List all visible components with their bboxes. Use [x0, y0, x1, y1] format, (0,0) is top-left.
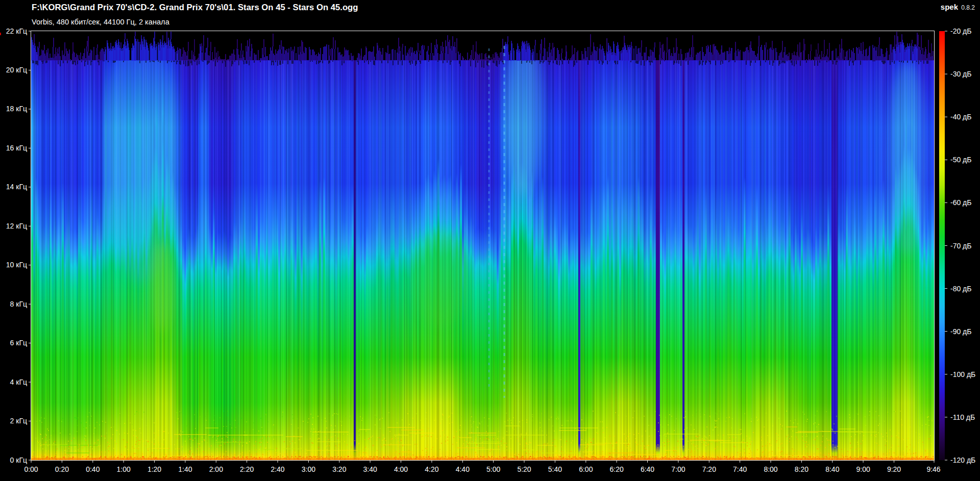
svg-text:-20 дБ: -20 дБ: [950, 27, 971, 35]
svg-text:3:20: 3:20: [332, 465, 346, 473]
svg-text:22 кГц: 22 кГц: [6, 27, 27, 35]
svg-text:18 кГц: 18 кГц: [6, 105, 27, 113]
svg-text:Vorbis, 480 кбит/сек, 44100 Гц: Vorbis, 480 кбит/сек, 44100 Гц, 2 канала: [32, 18, 170, 26]
svg-text:0.8.2: 0.8.2: [961, 4, 975, 11]
svg-text:4:40: 4:40: [456, 465, 470, 473]
svg-text:-60 дБ: -60 дБ: [950, 198, 971, 207]
svg-text:-40 дБ: -40 дБ: [950, 113, 971, 121]
svg-text:7:20: 7:20: [702, 465, 716, 473]
svg-text:9:00: 9:00: [856, 465, 870, 473]
svg-text:8:40: 8:40: [825, 465, 839, 473]
svg-text:F:\KORG\Grand Prix 70's\CD-2.: F:\KORG\Grand Prix 70's\CD-2. Grand Prix…: [32, 3, 358, 12]
svg-text:-120 дБ: -120 дБ: [950, 456, 975, 464]
svg-text:16 кГц: 16 кГц: [6, 144, 27, 152]
svg-text:1:00: 1:00: [116, 465, 130, 473]
svg-text:spek: spek: [941, 3, 959, 11]
svg-text:-110 дБ: -110 дБ: [950, 413, 975, 421]
svg-text:5:20: 5:20: [517, 465, 531, 473]
svg-text:2:20: 2:20: [240, 465, 254, 473]
svg-text:1:20: 1:20: [148, 465, 161, 473]
svg-text:3:00: 3:00: [302, 465, 315, 473]
svg-text:4:00: 4:00: [394, 465, 408, 473]
svg-text:8:00: 8:00: [764, 465, 777, 473]
svg-text:7:00: 7:00: [671, 465, 685, 473]
svg-text:0 кГц: 0 кГц: [10, 456, 27, 464]
svg-text:6:40: 6:40: [641, 465, 654, 473]
svg-text:3:40: 3:40: [363, 465, 377, 473]
svg-text:8 кГц: 8 кГц: [10, 300, 27, 308]
svg-text:14 кГц: 14 кГц: [6, 183, 27, 191]
svg-text:5:00: 5:00: [486, 465, 500, 473]
svg-text:0:40: 0:40: [86, 465, 100, 473]
svg-text:-70 дБ: -70 дБ: [950, 242, 971, 250]
svg-text:-90 дБ: -90 дБ: [950, 327, 971, 336]
svg-text:-30 дБ: -30 дБ: [950, 70, 971, 78]
svg-text:2:00: 2:00: [209, 465, 223, 473]
svg-text:6:00: 6:00: [579, 465, 593, 473]
svg-text:0:00: 0:00: [24, 465, 38, 473]
svg-text:2:40: 2:40: [271, 465, 284, 473]
svg-text:1:40: 1:40: [178, 465, 192, 473]
svg-text:10 кГц: 10 кГц: [6, 261, 27, 269]
svg-text:2 кГц: 2 кГц: [10, 417, 27, 425]
svg-text:9:46: 9:46: [926, 465, 940, 473]
svg-text:4 кГц: 4 кГц: [10, 378, 27, 386]
svg-text:8:20: 8:20: [795, 465, 808, 473]
svg-text:6:20: 6:20: [609, 465, 623, 473]
svg-text:4:20: 4:20: [425, 465, 438, 473]
svg-text:0:20: 0:20: [55, 465, 69, 473]
svg-text:6 кГц: 6 кГц: [10, 339, 27, 347]
svg-text:20 кГц: 20 кГц: [6, 66, 27, 74]
svg-text:12 кГц: 12 кГц: [6, 222, 27, 230]
svg-text:-100 дБ: -100 дБ: [950, 370, 975, 378]
svg-text:5:40: 5:40: [548, 465, 562, 473]
svg-text:7:40: 7:40: [733, 465, 747, 473]
svg-text:-80 дБ: -80 дБ: [950, 285, 971, 293]
svg-text:-50 дБ: -50 дБ: [950, 156, 971, 164]
svg-text:9:20: 9:20: [887, 465, 901, 473]
